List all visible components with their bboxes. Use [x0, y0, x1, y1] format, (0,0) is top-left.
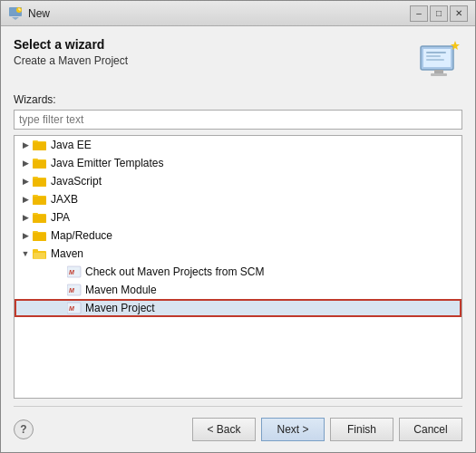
- svg-text:M: M: [69, 269, 74, 275]
- tree-item-javascript[interactable]: ▶ JavaScript: [15, 172, 461, 190]
- maven-child-icon: M: [67, 265, 82, 278]
- folder-icon: [33, 157, 47, 169]
- window: New – □ ✕ Select a wizard Create a Maven…: [0, 0, 476, 453]
- folder-icon: [33, 211, 47, 224]
- chevron-right-icon: ▶: [20, 230, 31, 241]
- svg-rect-8: [426, 52, 446, 53]
- tree-item-maven[interactable]: ▼ Maven: [15, 245, 461, 263]
- folder-icon: [33, 175, 47, 188]
- svg-text:M: M: [69, 287, 74, 294]
- tree-item-jpa[interactable]: ▶ JPA: [15, 208, 461, 226]
- maven-child-icon: M: [67, 284, 82, 296]
- title-bar: New – □ ✕: [1, 1, 475, 26]
- svg-rect-16: [33, 160, 46, 169]
- header-section: Select a wizard Create a Maven Project: [14, 37, 462, 84]
- close-button[interactable]: ✕: [450, 5, 468, 22]
- minimize-button[interactable]: –: [410, 5, 428, 22]
- next-button[interactable]: Next >: [261, 418, 325, 441]
- tree-item-label: Map/Reduce: [51, 229, 112, 242]
- folder-open-icon: [33, 247, 47, 260]
- svg-rect-22: [33, 197, 46, 205]
- filter-input[interactable]: [14, 110, 462, 130]
- svg-rect-30: [33, 249, 38, 252]
- tree-item-label: Maven: [51, 247, 83, 260]
- footer-divider: [14, 406, 462, 407]
- window-title: New: [28, 7, 410, 20]
- svg-rect-19: [33, 178, 46, 187]
- chevron-right-icon: ▶: [20, 212, 31, 223]
- back-button[interactable]: < Back: [192, 418, 256, 441]
- maximize-button[interactable]: □: [430, 5, 448, 22]
- maven-project-icon: M: [67, 302, 82, 314]
- svg-marker-1: [12, 17, 19, 20]
- chevron-right-icon: ▶: [20, 194, 31, 205]
- tree-item-label: Check out Maven Projects from SCM: [85, 265, 264, 278]
- tree-item-label: Maven Module: [85, 284, 157, 296]
- svg-rect-25: [33, 215, 46, 223]
- svg-rect-9: [426, 55, 441, 57]
- wizards-label: Wizards:: [14, 93, 462, 106]
- tree-item-label: Java EE: [51, 139, 92, 151]
- folder-icon: [33, 229, 47, 242]
- tree-item-map-reduce[interactable]: ▶ Map/Reduce: [15, 226, 461, 245]
- tree-item-label: Maven Project: [85, 302, 155, 314]
- footer: ? < Back Next > Finish Cancel: [14, 414, 462, 445]
- wizard-icon: [415, 37, 462, 84]
- header-subtitle: Create a Maven Project: [14, 54, 415, 67]
- svg-rect-28: [33, 233, 46, 241]
- svg-rect-31: [34, 253, 45, 259]
- footer-left: ?: [14, 419, 34, 439]
- footer-buttons: < Back Next > Finish Cancel: [192, 418, 462, 441]
- svg-point-2: [16, 7, 22, 13]
- window-icon: [8, 6, 23, 21]
- tree-item-checkout[interactable]: ▶ M Check out Maven Projects from SCM: [15, 263, 461, 281]
- tree-item-java-ee[interactable]: ▶ Java EE: [15, 136, 461, 154]
- cancel-button[interactable]: Cancel: [399, 418, 462, 441]
- svg-rect-6: [431, 73, 447, 76]
- tree-container[interactable]: ▶ Java EE ▶ Java Emitter Templates: [14, 135, 462, 399]
- title-bar-buttons: – □ ✕: [410, 5, 468, 22]
- folder-icon: [33, 193, 47, 206]
- content-area: Select a wizard Create a Maven Project: [1, 26, 475, 452]
- tree-item-maven-module[interactable]: ▶ M Maven Module: [15, 281, 461, 299]
- folder-icon: [33, 139, 47, 151]
- finish-button[interactable]: Finish: [330, 418, 393, 441]
- header-text: Select a wizard Create a Maven Project: [14, 37, 415, 67]
- tree-item-label: Java Emitter Templates: [51, 157, 164, 169]
- header-title: Select a wizard: [14, 37, 415, 52]
- chevron-right-icon: ▶: [20, 176, 31, 187]
- chevron-right-icon: ▶: [20, 158, 31, 169]
- chevron-down-icon: ▼: [20, 248, 31, 259]
- svg-rect-13: [33, 142, 46, 150]
- svg-text:M: M: [69, 305, 74, 312]
- tree-item-jaxb[interactable]: ▶ JAXB: [15, 190, 461, 208]
- tree-item-maven-project[interactable]: ▶ M Maven Project: [15, 299, 461, 317]
- tree-item-label: JavaScript: [51, 175, 102, 188]
- chevron-right-icon: ▶: [20, 140, 31, 150]
- tree-item-java-emitter[interactable]: ▶ Java Emitter Templates: [15, 154, 461, 172]
- help-button[interactable]: ?: [14, 419, 34, 439]
- tree-item-label: JPA: [51, 211, 70, 224]
- tree-item-label: JAXB: [51, 193, 78, 206]
- svg-rect-10: [426, 59, 444, 61]
